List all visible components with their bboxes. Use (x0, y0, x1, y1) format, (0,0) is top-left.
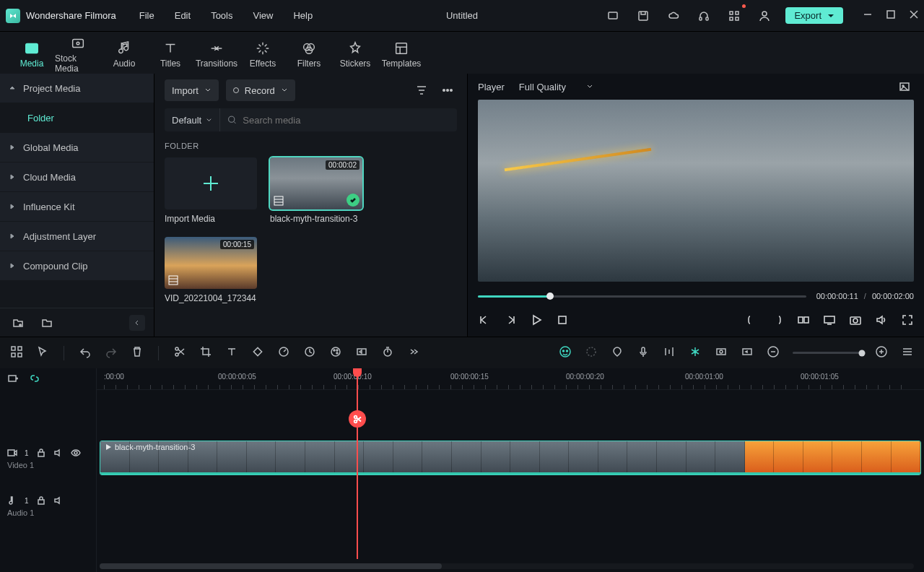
redo-button[interactable] (105, 345, 118, 360)
maximize-button[interactable] (886, 10, 895, 21)
add-track-icon[interactable] (7, 373, 19, 386)
media-clip-2[interactable]: 00:00:15 VID_20221004_172344 (165, 237, 257, 303)
quality-dropdown[interactable]: Full Quality (519, 82, 593, 92)
text-button[interactable] (225, 345, 238, 360)
compare-icon[interactable] (797, 313, 810, 329)
nav-project-media[interactable]: Project Media (0, 74, 154, 103)
motion-button[interactable] (355, 345, 368, 360)
record-dropdown[interactable]: Record (226, 79, 295, 101)
volume-icon[interactable] (875, 313, 888, 329)
nav-compound-clip[interactable]: Compound Clip (0, 251, 154, 280)
nav-influence-kit[interactable]: Influence Kit (0, 192, 154, 221)
nav-folder[interactable]: Folder (0, 103, 154, 132)
render-icon[interactable] (715, 345, 728, 360)
minimize-button[interactable] (863, 10, 872, 21)
menu-help[interactable]: Help (293, 10, 313, 21)
account-icon[interactable] (755, 6, 774, 25)
export-button[interactable]: Export (785, 7, 843, 24)
markin-button[interactable] (745, 313, 758, 329)
tab-filters[interactable]: Filters (286, 35, 332, 74)
player-viewport[interactable] (478, 100, 914, 282)
crop-button[interactable] (199, 345, 212, 360)
audio-mix-icon[interactable] (663, 345, 676, 360)
apps-icon[interactable] (725, 6, 744, 25)
snap-icon[interactable] (689, 345, 702, 360)
timeline-tracks[interactable]: :00:00 00:00:00:05 00:00:00:10 00:00:00:… (97, 368, 924, 572)
menu-tools[interactable]: Tools (211, 10, 232, 21)
color-button[interactable] (329, 345, 342, 360)
import-media-card[interactable]: Import Media (165, 157, 257, 224)
tab-stock-media[interactable]: Stock Media (55, 35, 101, 74)
zoom-in-button[interactable] (875, 345, 888, 360)
collapse-sidebar-button[interactable] (129, 315, 145, 331)
prev-frame-button[interactable] (478, 313, 491, 329)
split-at-playhead-button[interactable] (349, 410, 366, 428)
audio-track-lane[interactable] (97, 482, 924, 530)
sort-dropdown[interactable]: Default (165, 108, 220, 131)
scrub-slider[interactable] (478, 295, 806, 298)
screen-icon[interactable] (603, 6, 622, 25)
tab-effects[interactable]: Effects (240, 35, 286, 74)
media-clip-1[interactable]: 00:00:02 black-myth-transition-3 (270, 157, 362, 224)
duration-button[interactable] (303, 345, 316, 360)
zoom-out-button[interactable] (767, 345, 780, 360)
playhead[interactable] (357, 368, 358, 559)
cursor-icon[interactable] (36, 345, 49, 360)
sync-icon[interactable] (585, 345, 598, 360)
layout-icon[interactable] (901, 345, 914, 360)
marker-icon[interactable] (611, 345, 624, 360)
nav-cloud-media[interactable]: Cloud Media (0, 162, 154, 191)
video-track-header[interactable]: 1 Video 1 (0, 435, 96, 482)
image-icon[interactable] (895, 77, 914, 96)
tab-media[interactable]: Media (9, 35, 55, 74)
visibility-icon[interactable] (71, 448, 81, 458)
save-icon[interactable] (634, 6, 653, 25)
menu-edit[interactable]: Edit (175, 10, 191, 21)
ai-button[interactable] (559, 345, 572, 360)
headphones-icon[interactable] (694, 6, 713, 25)
snapshot-icon[interactable] (849, 313, 862, 329)
folder-icon[interactable] (38, 313, 56, 332)
timeline-h-scroll[interactable] (100, 563, 914, 569)
import-dropdown[interactable]: Import (165, 79, 219, 101)
cloud-icon[interactable] (664, 6, 683, 25)
mute-icon[interactable] (53, 495, 64, 506)
speed-button[interactable] (277, 345, 290, 360)
tab-audio[interactable]: Audio (101, 35, 147, 74)
lock-icon[interactable] (36, 448, 46, 458)
video-track-lane[interactable]: black-myth-transition-3 (97, 435, 924, 482)
audio-track-header[interactable]: 1 Audio 1 (0, 482, 96, 530)
keyframe-button[interactable] (251, 345, 264, 360)
time-ruler[interactable]: :00:00 00:00:00:05 00:00:00:10 00:00:00:… (97, 368, 924, 390)
timeline-clip[interactable]: black-myth-transition-3 (100, 441, 921, 475)
markout-button[interactable] (771, 313, 784, 329)
stopwatch-icon[interactable] (381, 345, 394, 360)
more-icon[interactable] (438, 81, 457, 100)
filter-icon[interactable] (412, 81, 431, 100)
tab-transitions[interactable]: Transitions (193, 35, 240, 74)
link-tracks-icon[interactable] (29, 373, 40, 386)
search-input[interactable] (243, 115, 450, 126)
aspect-icon[interactable] (741, 345, 754, 360)
panel-icon[interactable] (10, 345, 23, 360)
nav-adjustment-layer[interactable]: Adjustment Layer (0, 222, 154, 251)
tab-titles[interactable]: Titles (147, 35, 193, 74)
close-button[interactable] (910, 10, 918, 21)
play-button[interactable] (530, 313, 543, 329)
split-button[interactable] (173, 345, 186, 360)
undo-button[interactable] (79, 345, 92, 360)
menu-view[interactable]: View (253, 10, 273, 21)
next-frame-button[interactable] (504, 313, 517, 329)
tab-stickers[interactable]: Stickers (332, 35, 378, 74)
display-icon[interactable] (823, 313, 836, 329)
nav-global-media[interactable]: Global Media (0, 133, 154, 162)
new-folder-icon[interactable] (9, 313, 27, 332)
expand-tools-button[interactable] (407, 345, 420, 360)
lock-icon[interactable] (36, 495, 46, 506)
stop-button[interactable] (556, 313, 569, 329)
mute-icon[interactable] (53, 448, 64, 458)
fullscreen-icon[interactable] (901, 313, 914, 329)
menu-file[interactable]: File (139, 10, 154, 21)
delete-button[interactable] (131, 345, 144, 360)
zoom-slider[interactable] (793, 352, 862, 354)
